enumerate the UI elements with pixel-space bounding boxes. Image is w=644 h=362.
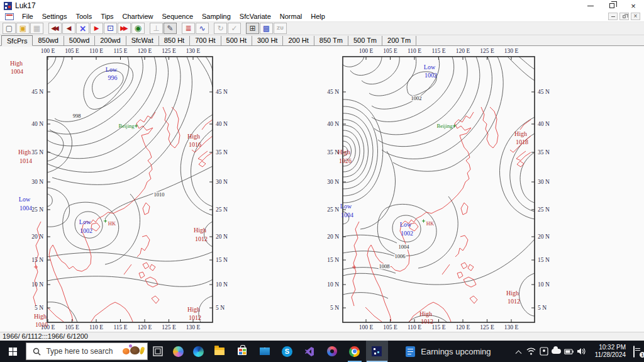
copilot-button[interactable] (168, 341, 188, 362)
taskbar-search[interactable] (26, 342, 148, 360)
new-file-button[interactable]: ▢ (3, 23, 16, 34)
search-input[interactable] (46, 347, 115, 356)
axis-tick-label: 5 N (538, 305, 547, 311)
chrome-button[interactable] (343, 341, 366, 362)
pressure-center-label: High (10, 60, 23, 67)
axis-tick-label: 120 E (456, 48, 470, 54)
streamline-icon: ∿ (199, 25, 205, 32)
mdi-restore-button[interactable] (619, 13, 629, 20)
tab-850tm[interactable]: 850 Tm (314, 36, 348, 45)
toolbar: ▢ ▣ ▦ ◀◀ ◀ × ▶ ⊡ ▶▶ ◉ ⊥ ✎ ≣ ∿ ↻ ✓ ⊞ ▩ ZU (0, 21, 644, 35)
weather-map-left[interactable]: 100 E105 E110 E115 E120 E125 E130 E 100 … (7, 45, 230, 334)
close-button[interactable]: × (623, 0, 644, 11)
tab-500ht[interactable]: 500 Ht (221, 36, 252, 45)
axis-tick-label: 25 N (538, 206, 550, 213)
tab-300ht[interactable]: 300 Ht (252, 36, 283, 45)
color-grid-button[interactable]: ▩ (260, 23, 273, 34)
open-file-button[interactable]: ▣ (16, 23, 30, 34)
menu-file[interactable]: File (18, 12, 38, 21)
axis-tick-label: 15 N (538, 257, 550, 263)
microsoft-store-button[interactable] (231, 341, 253, 362)
delete-frame-button[interactable]: × (76, 23, 89, 34)
minimize-button[interactable] (580, 0, 601, 11)
menu-settings[interactable]: Settings (38, 12, 72, 21)
raise-icon: ⊥ (153, 25, 159, 32)
axis-tick-label: 40 N (538, 121, 550, 127)
globe-button[interactable]: ◉ (131, 23, 145, 34)
rewind-button[interactable]: ◀◀ (48, 23, 62, 34)
teams-tray-button[interactable] (539, 347, 548, 356)
task-view-button[interactable] (148, 341, 168, 362)
tab-850wd[interactable]: 850wd (33, 36, 64, 45)
pressure-center-value: 1002 (80, 227, 92, 234)
menu-help[interactable]: Help (306, 12, 330, 21)
start-button[interactable] (0, 341, 26, 362)
axis-tick-label: 115 E (431, 48, 445, 54)
skype-button[interactable]: S (276, 341, 299, 362)
mail-button[interactable] (253, 341, 276, 362)
volume-tray-button[interactable] (577, 347, 586, 356)
wifi-button[interactable] (526, 347, 536, 356)
restore-button[interactable] (601, 0, 623, 11)
clock-date: 11/28/2024 (592, 351, 626, 359)
menu-sampling[interactable]: Sampling (197, 12, 235, 21)
menu-sfcvariate[interactable]: SfcVariate (235, 12, 275, 21)
streamline-button[interactable]: ∿ (196, 23, 209, 34)
tab-200tm[interactable]: 200 Tm (382, 36, 416, 45)
fast-forward-button[interactable]: ▶▶ (118, 23, 131, 34)
menu-tools[interactable]: Tools (71, 12, 96, 21)
menu-sequence[interactable]: Sequence (157, 12, 197, 21)
news-widget[interactable]: Earnings upcoming (406, 346, 505, 357)
polyline-button[interactable]: ✓ (228, 23, 241, 34)
battery-tray-button[interactable] (564, 347, 574, 356)
tab-500wd[interactable]: 500wd (64, 36, 95, 45)
menu-chartview[interactable]: Chartview (118, 12, 158, 21)
map-frame (47, 57, 213, 322)
edge-button[interactable] (188, 341, 208, 362)
save-file-button[interactable]: ▦ (30, 23, 43, 34)
taskbar-clock[interactable]: 10:32 PM 11/28/2024 (592, 344, 626, 359)
draw-pen-button[interactable]: ✎ (164, 23, 177, 34)
microsoft-365-button[interactable] (321, 341, 343, 362)
window-layout-button[interactable]: ⊞ (246, 23, 259, 34)
mdi-minimize-button[interactable] (608, 13, 618, 20)
map-frame (343, 57, 535, 322)
tab-850ht[interactable]: 850 Ht (159, 36, 190, 45)
contour-label: 1010 (154, 191, 165, 198)
pressure-center-label: Low (400, 221, 412, 228)
onedrive-tray-button[interactable] (552, 347, 561, 356)
tab-500tm[interactable]: 500 Tm (348, 36, 382, 45)
mdi-close-button[interactable]: × (631, 13, 640, 20)
tab-sfcprs[interactable]: SfcPrs (1, 35, 33, 46)
axis-tick-label: 30 N (216, 179, 228, 185)
pressure-center-value: 1026 (339, 157, 352, 164)
cyclone-button[interactable]: ↻ (214, 23, 227, 34)
zoom-frame-button[interactable]: ⊡ (104, 23, 117, 34)
action-center-button[interactable]: 1 (633, 346, 644, 356)
tab-sfcwat[interactable]: SfcWat (126, 36, 159, 45)
tray-expand-button[interactable] (514, 347, 523, 356)
fronts-button[interactable]: ≣ (182, 23, 195, 34)
menu-tips[interactable]: Tips (96, 12, 118, 21)
file-explorer-button[interactable] (208, 341, 231, 362)
axis-tick-label: 10 N (538, 281, 550, 288)
axis-tick-label: 30 N (327, 179, 339, 185)
microsoft-365-icon (327, 346, 337, 356)
visual-studio-button[interactable] (298, 341, 321, 362)
step-back-button[interactable]: ◀ (62, 23, 75, 34)
tab-700ht[interactable]: 700 Ht (190, 36, 221, 45)
tab-200wd[interactable]: 200wd (95, 36, 126, 45)
axis-tick-label: 20 N (31, 234, 43, 240)
weather-map-right[interactable]: 100 E105 E110 E115 E120 E125 E130 E 100 … (325, 45, 557, 334)
menu-normal[interactable]: Normal (275, 12, 306, 21)
notification-icon (633, 346, 635, 358)
axis-tick-label: 5 N (35, 305, 43, 311)
zu-mode-button[interactable]: ZU (274, 23, 287, 34)
raise-chart-button[interactable]: ⊥ (150, 23, 163, 34)
pressure-center-label: Low (424, 64, 436, 71)
search-doodle-thanksgiving[interactable] (123, 346, 144, 354)
windows-logo-icon (9, 348, 17, 356)
play-button[interactable]: ▶ (90, 23, 103, 34)
tab-200ht[interactable]: 200 Ht (283, 36, 314, 45)
luk17-taskbar-button[interactable] (366, 341, 389, 362)
